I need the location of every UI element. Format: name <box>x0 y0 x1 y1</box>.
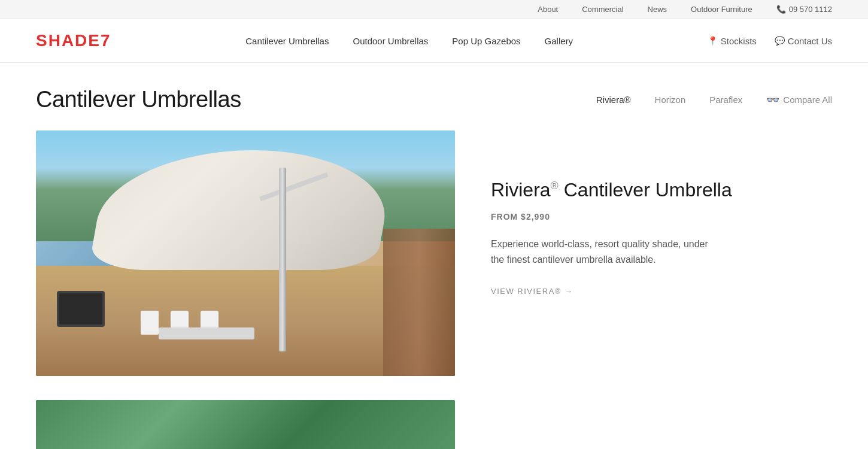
logo-text-highlight: 7 <box>101 31 111 50</box>
patio-table <box>159 327 254 339</box>
filter-links: Riviera® Horizon Paraflex 👓 Compare All <box>596 93 832 107</box>
main-navigation: SHADE7 Cantilever Umbrellas Outdoor Umbr… <box>0 19 868 63</box>
product-superscript: ® <box>551 180 559 192</box>
product-name-prefix: Riviera <box>491 179 551 201</box>
topbar-about-link[interactable]: About <box>538 5 558 14</box>
top-bar: About Commercial News Outdoor Furniture … <box>0 0 868 19</box>
site-logo[interactable]: SHADE7 <box>36 31 111 50</box>
location-icon: 📍 <box>708 36 718 45</box>
compare-all-label: Compare All <box>783 95 832 105</box>
stockists-link[interactable]: 📍 Stockists <box>708 36 757 46</box>
product-info: Riviera® Cantilever Umbrella FROM $2,990… <box>491 131 832 296</box>
phone-icon: 📞 <box>776 5 786 14</box>
compare-all-button[interactable]: 👓 Compare All <box>766 93 832 107</box>
patio-furniture <box>141 292 290 339</box>
filter-horizon[interactable]: Horizon <box>655 95 686 105</box>
nav-gallery[interactable]: Gallery <box>545 36 573 46</box>
view-riviera-link[interactable]: VIEW RIVIERA® → <box>491 287 573 296</box>
nav-cantilever-umbrellas[interactable]: Cantilever Umbrellas <box>245 36 329 46</box>
topbar-news-link[interactable]: News <box>648 5 667 14</box>
product-section: Riviera® Cantilever Umbrella FROM $2,990… <box>36 131 832 376</box>
product-image <box>36 131 455 376</box>
nav-pop-up-gazebos[interactable]: Pop Up Gazebos <box>452 36 520 46</box>
page-heading-row: Cantilever Umbrellas Riviera® Horizon Pa… <box>36 87 832 113</box>
phone-text: 09 570 1112 <box>789 5 832 14</box>
contact-icon: 💬 <box>775 36 785 45</box>
nav-right-links: 📍 Stockists 💬 Contact Us <box>708 36 832 46</box>
main-content: Cantilever Umbrellas Riviera® Horizon Pa… <box>0 63 868 449</box>
wall-panels <box>383 229 455 376</box>
filter-riviera[interactable]: Riviera® <box>596 95 631 105</box>
logo-text-main: SHADE <box>36 31 101 50</box>
phone-number: 📞 09 570 1112 <box>776 5 832 14</box>
nav-outdoor-umbrellas[interactable]: Outdoor Umbrellas <box>353 36 428 46</box>
contact-us-label: Contact Us <box>788 36 832 46</box>
page-title: Cantilever Umbrellas <box>36 87 241 113</box>
patio-chair <box>141 311 159 335</box>
contact-us-link[interactable]: 💬 Contact Us <box>775 36 832 46</box>
nav-links: Cantilever Umbrellas Outdoor Umbrellas P… <box>245 36 573 46</box>
product-name: Riviera® Cantilever Umbrella <box>491 178 832 201</box>
product-description: Experience world-class, resort quality s… <box>491 236 718 267</box>
fireplace <box>57 291 105 327</box>
compare-icon: 👓 <box>766 93 779 107</box>
stockists-label: Stockists <box>721 36 757 46</box>
product-name-suffix: Cantilever Umbrella <box>559 179 732 201</box>
product-price: FROM $2,990 <box>491 212 832 222</box>
topbar-outdoor-furniture-link[interactable]: Outdoor Furniture <box>691 5 752 14</box>
filter-paraflex[interactable]: Paraflex <box>709 95 742 105</box>
topbar-commercial-link[interactable]: Commercial <box>582 5 623 14</box>
second-product-image <box>36 400 455 449</box>
